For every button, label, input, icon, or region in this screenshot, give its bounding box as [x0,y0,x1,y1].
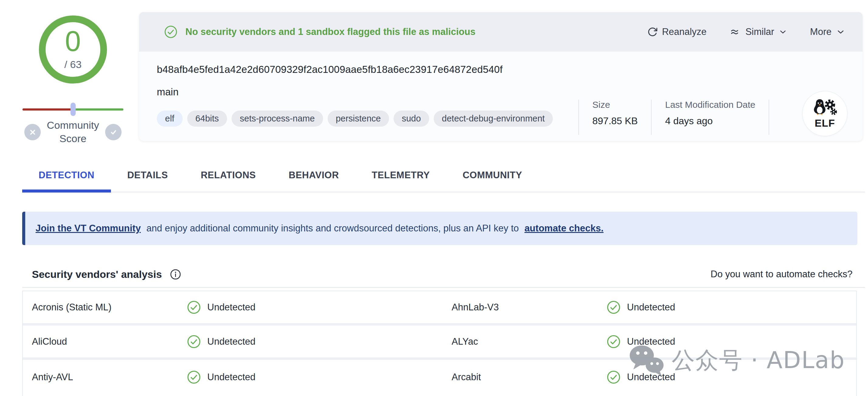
lastmod-value: 4 days ago [665,116,755,127]
tab-telemetry[interactable]: TELEMETRY [355,166,446,192]
section-title: Security vendors' analysis [32,268,162,280]
file-tag[interactable]: elf [157,110,183,127]
undetected-check-icon [187,300,201,314]
tab-detection[interactable]: DETECTION [22,166,111,192]
community-score-label: Community Score [39,119,106,145]
file-tag[interactable]: sets-process-name [231,110,323,127]
similar-button[interactable]: Similar [729,26,788,37]
check-icon [110,128,118,136]
chevron-down-icon [778,27,787,36]
reanalyze-button[interactable]: Reanalyze [647,26,706,37]
similar-icon [729,27,741,37]
elf-badge-label: ELF [814,117,835,129]
community-score-slider[interactable] [23,103,123,116]
undetected-check-icon [187,370,201,384]
vendor-name: Acronis (Static ML) [32,302,187,313]
size-label: Size [592,100,638,110]
detection-score-total: / 63 [64,59,82,70]
tab-relations[interactable]: RELATIONS [184,166,272,192]
size-value: 897.85 KB [592,116,638,127]
notice-text: and enjoy additional community insights … [144,223,521,234]
lastmod-label: Last Modification Date [665,100,755,110]
file-header-card: No security vendors and 1 sandbox flagge… [139,12,863,141]
linux-tux-gears-icon [812,98,838,117]
vendor-analysis-table: Acronis (Static ML) Undetected AhnLab-V3 [22,291,857,396]
slider-track-harmless [73,108,123,110]
vendor-status-text: Undetected [207,302,256,313]
vendor-row: Acronis (Static ML) Undetected AhnLab-V3 [23,291,856,326]
verdict-check-icon [164,25,178,39]
tab-behavior[interactable]: BEHAVIOR [272,166,355,192]
vendor-name: ALYac [452,336,607,347]
slider-track-malicious [23,108,73,110]
reanalyze-icon [647,27,658,37]
vendor-cell: Arcabit Undetected [436,370,856,384]
file-meta: Size 897.85 KB Last Modification Date 4 … [578,100,769,135]
vendor-cell: Antiy-AVL Undetected [23,370,436,384]
detection-score-ring: 0 / 63 [36,12,110,87]
undetected-check-icon [607,300,621,314]
divider [22,287,865,288]
vendor-cell: AliCloud Undetected [23,335,436,349]
vendor-status-text: Undetected [627,302,675,313]
vendor-name: AliCloud [32,336,187,347]
vote-harmless-button[interactable] [105,124,122,140]
vendor-status-text: Undetected [207,336,256,347]
vendor-status: Undetected [187,370,256,384]
file-tag[interactable]: sudo [394,110,429,127]
vendor-status: Undetected [607,370,675,384]
vt-community-notice: Join the VT Community and enjoy addition… [22,212,857,245]
file-tag[interactable]: persistence [328,110,389,127]
file-hash: b48afb4e5fed1a42e2d60709329f2ac1009aae5f… [157,64,863,75]
score-widget: 0 / 63 Community Score [18,12,128,155]
more-label: More [810,26,832,37]
slider-handle[interactable] [70,103,76,116]
automate-checks-prompt[interactable]: Do you want to automate checks? [711,269,852,280]
vendor-name: Arcabit [452,372,607,383]
chevron-down-icon [836,27,845,37]
undetected-check-icon [187,335,201,349]
vendor-status: Undetected [607,335,675,349]
vendor-status-text: Undetected [627,336,675,347]
vendor-name: Antiy-AVL [32,372,187,383]
divider [769,100,769,135]
vendor-row: Antiy-AVL Undetected Arcabit Undete [23,360,856,394]
undetected-check-icon [607,335,621,349]
tab-community[interactable]: COMMUNITY [446,166,538,192]
vendor-status: Undetected [607,300,675,314]
file-tag[interactable]: detect-debug-environment [434,110,553,127]
reanalyze-label: Reanalyze [662,26,706,37]
virustotal-file-report: 0 / 63 Community Score [0,0,868,396]
file-name: main [157,86,863,98]
similar-label: Similar [746,26,774,37]
vendor-status-text: Undetected [207,372,256,383]
vendor-row: AliCloud Undetected ALYac Undetecte [23,326,856,360]
join-vt-community-link[interactable]: Join the VT Community [36,223,141,234]
vendor-cell: AhnLab-V3 Undetected [436,300,856,314]
more-button[interactable]: More [810,26,845,37]
vendor-cell: Acronis (Static ML) Undetected [23,300,436,314]
file-tag[interactable]: 64bits [187,110,227,127]
x-icon [29,128,37,136]
vendor-name: AhnLab-V3 [452,302,607,313]
vendor-status-text: Undetected [627,372,675,383]
verdict-banner: No security vendors and 1 sandbox flagge… [139,12,863,52]
detection-score: 0 [65,27,81,56]
vendor-status: Undetected [187,335,256,349]
vendor-status: Undetected [187,300,256,314]
tab-details[interactable]: DETAILS [111,166,184,192]
verdict-text: No security vendors and 1 sandbox flagge… [185,26,475,37]
elf-file-type-badge: ELF [803,91,847,136]
automate-checks-link[interactable]: automate checks. [525,223,603,234]
report-tabs: DETECTIONDETAILSRELATIONSBEHAVIORTELEMET… [22,166,865,193]
info-icon[interactable] [170,269,181,280]
vendor-cell: ALYac Undetected [436,335,856,349]
vote-malicious-button[interactable] [24,124,41,140]
undetected-check-icon [607,370,621,384]
